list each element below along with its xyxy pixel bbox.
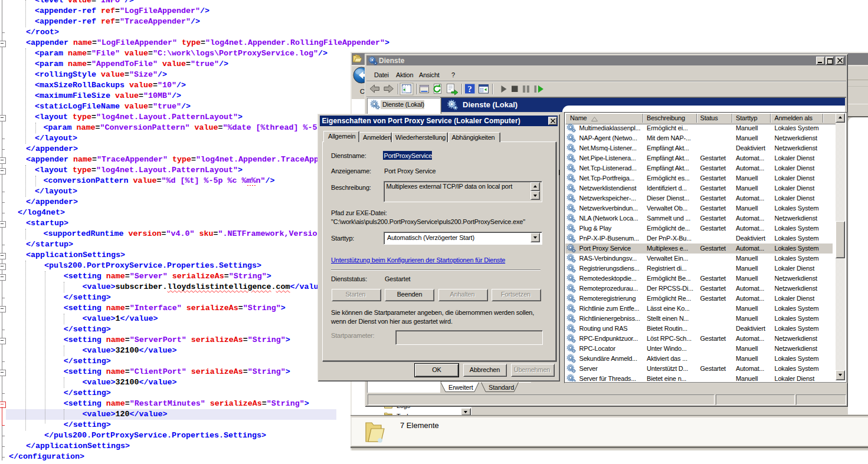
- svg-text:Erweitert: Erweitert: [448, 384, 473, 391]
- svg-text:?: ?: [468, 84, 472, 94]
- svg-text:Standard: Standard: [489, 384, 514, 391]
